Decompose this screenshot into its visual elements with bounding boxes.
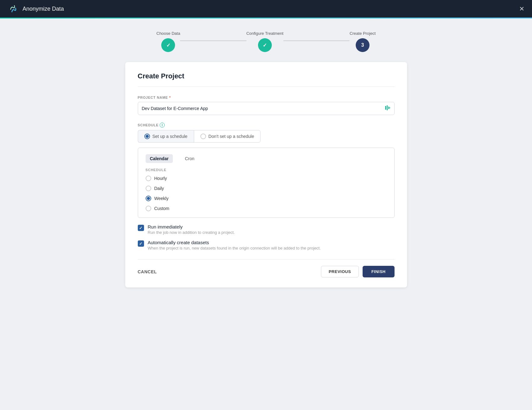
weekly-option[interactable]: Weekly bbox=[146, 196, 387, 201]
main-content: Choose Data ✓ Configure Treatment ✓ Crea… bbox=[0, 18, 532, 410]
step-line-2 bbox=[283, 40, 349, 41]
hourly-radio bbox=[146, 176, 151, 181]
run-immediately-main-text: Run immediately bbox=[148, 224, 235, 229]
step-3-label: Create Project bbox=[349, 31, 375, 36]
no-schedule-btn[interactable]: Don't set up a schedule bbox=[194, 130, 261, 143]
custom-label: Custom bbox=[154, 206, 169, 211]
step-2: Configure Treatment ✓ bbox=[246, 31, 284, 52]
auto-create-datasets-text-group: Automatically create datasets When the p… bbox=[148, 240, 321, 250]
app-logo-icon bbox=[8, 3, 19, 14]
weekly-radio bbox=[146, 196, 151, 201]
step-3-circle: 3 bbox=[356, 38, 369, 52]
auto-create-datasets-sub-text: When the project is run, new datasets fo… bbox=[148, 246, 321, 250]
schedule-info-icon[interactable]: i bbox=[160, 123, 165, 128]
run-immediately-sub-text: Run the job now in addition to creating … bbox=[148, 230, 235, 235]
auto-create-datasets-item: ✓ Automatically create datasets When the… bbox=[138, 240, 395, 250]
set-schedule-radio bbox=[144, 134, 150, 139]
close-button[interactable]: ✕ bbox=[519, 6, 524, 12]
checkmark-icon-2: ✓ bbox=[139, 241, 142, 246]
run-immediately-item: ✓ Run immediately Run the job now in add… bbox=[138, 224, 395, 235]
schedule-label: SCHEDULE i bbox=[138, 123, 395, 128]
cancel-button[interactable]: CANCEL bbox=[138, 269, 157, 274]
schedule-sub-label: SCHEDULE bbox=[146, 168, 387, 172]
svg-rect-3 bbox=[388, 107, 389, 109]
step-3: Create Project 3 bbox=[349, 31, 375, 52]
set-schedule-label: Set up a schedule bbox=[152, 134, 188, 139]
auto-create-datasets-checkbox[interactable]: ✓ bbox=[138, 240, 144, 247]
schedule-toggle: Set up a schedule Don't set up a schedul… bbox=[138, 130, 395, 143]
required-star: * bbox=[169, 96, 171, 99]
weekly-label: Weekly bbox=[154, 196, 169, 201]
titlebar-left: Anonymize Data bbox=[8, 3, 64, 14]
custom-radio bbox=[146, 206, 151, 211]
set-schedule-btn[interactable]: Set up a schedule bbox=[138, 130, 194, 143]
step-1: Choose Data ✓ bbox=[157, 31, 180, 52]
hourly-option[interactable]: Hourly bbox=[146, 176, 387, 181]
daily-option[interactable]: Daily bbox=[146, 186, 387, 191]
titlebar: Anonymize Data ✕ bbox=[0, 0, 532, 18]
schedule-box: Calendar Cron SCHEDULE Hourly Daily Week… bbox=[138, 148, 395, 218]
footer-right: PREVIOUS FINISH bbox=[321, 266, 395, 277]
svg-rect-1 bbox=[385, 106, 386, 110]
cron-tab[interactable]: Cron bbox=[180, 154, 199, 163]
no-schedule-label: Don't set up a schedule bbox=[209, 134, 254, 139]
daily-radio bbox=[146, 186, 151, 191]
calendar-tab[interactable]: Calendar bbox=[146, 154, 173, 163]
hourly-label: Hourly bbox=[154, 176, 167, 181]
input-icon bbox=[385, 105, 390, 112]
stepper: Choose Data ✓ Configure Treatment ✓ Crea… bbox=[157, 31, 376, 52]
card-footer: CANCEL PREVIOUS FINISH bbox=[138, 259, 395, 277]
checkmark-icon: ✓ bbox=[139, 226, 142, 230]
card-title: Create Project bbox=[138, 72, 395, 87]
run-immediately-checkbox[interactable]: ✓ bbox=[138, 225, 144, 231]
step-1-label: Choose Data bbox=[157, 31, 180, 36]
run-immediately-text-group: Run immediately Run the job now in addit… bbox=[148, 224, 235, 235]
no-schedule-radio bbox=[200, 134, 206, 139]
daily-label: Daily bbox=[154, 186, 164, 191]
svg-rect-0 bbox=[8, 3, 19, 14]
checkboxes-section: ✓ Run immediately Run the job now in add… bbox=[138, 224, 395, 250]
step-1-circle: ✓ bbox=[161, 38, 175, 52]
svg-rect-2 bbox=[387, 105, 388, 110]
step-line-1 bbox=[180, 40, 246, 41]
step-2-circle: ✓ bbox=[258, 38, 272, 52]
schedule-section: SCHEDULE i Set up a schedule Don't set u… bbox=[138, 123, 395, 218]
schedule-tabs: Calendar Cron bbox=[146, 154, 387, 163]
project-name-input[interactable] bbox=[142, 106, 385, 111]
custom-option[interactable]: Custom bbox=[146, 206, 387, 211]
auto-create-datasets-main-text: Automatically create datasets bbox=[148, 240, 321, 245]
step-2-label: Configure Treatment bbox=[246, 31, 284, 36]
previous-button[interactable]: PREVIOUS bbox=[321, 266, 359, 277]
finish-button[interactable]: FINISH bbox=[363, 266, 395, 277]
create-project-card: Create Project PROJECT NAME * SCHEDULE i bbox=[125, 62, 407, 287]
svg-rect-4 bbox=[390, 107, 390, 108]
project-name-label: PROJECT NAME * bbox=[138, 96, 395, 99]
project-name-field[interactable] bbox=[138, 102, 395, 115]
titlebar-title: Anonymize Data bbox=[23, 6, 64, 12]
